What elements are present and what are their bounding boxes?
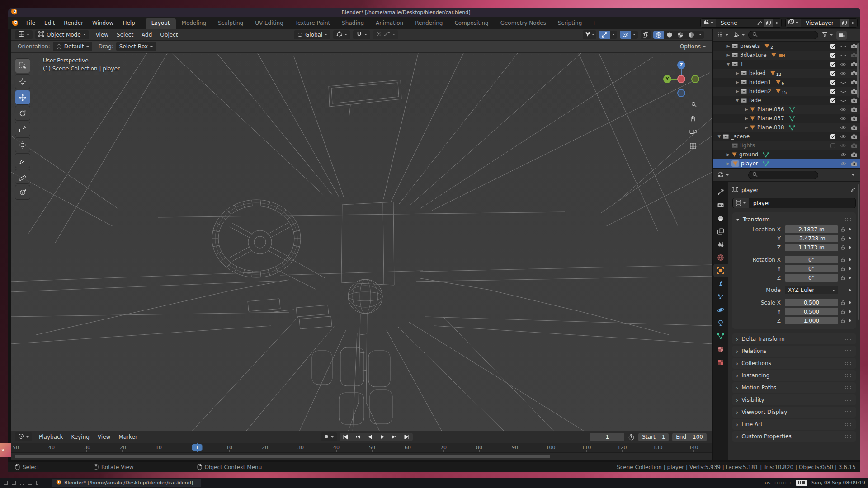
outliner-row-1[interactable]: ▼1 [713,60,860,69]
next-keyframe-button[interactable] [388,433,401,441]
animate-dot-icon[interactable] [848,237,852,239]
new-scene-button[interactable] [764,19,773,27]
eye-open-icon[interactable] [840,62,847,67]
animate-dot-icon[interactable] [848,267,852,270]
selectable-checkbox[interactable] [830,70,836,76]
shading-rendered-button[interactable] [686,31,697,39]
expand-arrow-icon[interactable]: ▼ [716,134,722,139]
remove-viewlayer-icon[interactable] [849,19,857,27]
render-camera-icon[interactable] [851,116,858,121]
tool-annotate[interactable] [15,153,30,168]
outliner-item-label[interactable]: Plane.037 [757,115,784,122]
tool-transform[interactable] [15,137,30,152]
timeline-menu-keying[interactable]: Keying [67,432,94,441]
navigation-gizmo[interactable]: Z Y [663,61,699,97]
tab-scripting[interactable]: Scripting [552,18,588,29]
tool-move[interactable] [15,90,30,105]
tab-geometry-nodes[interactable]: Geometry Nodes [495,18,552,29]
tab-shading[interactable]: Shading [336,18,370,29]
overlays-dropdown[interactable] [631,31,638,39]
tool-cursor[interactable] [15,74,30,89]
current-frame-badge[interactable]: 1 [192,444,202,451]
lock-icon[interactable] [838,318,848,324]
timeline-menu-marker[interactable]: Marker [114,432,141,441]
play-button[interactable] [376,433,388,441]
pin-scene-icon[interactable] [755,19,764,27]
expand-arrow-icon[interactable]: ▶ [725,44,731,48]
outliner-row-player[interactable]: ▶player [713,159,860,168]
tab-layout[interactable]: Layout [146,18,176,29]
tool-box-select[interactable] [15,58,30,73]
gizmo-axis-x[interactable] [677,75,685,83]
expand-arrow-icon[interactable]: ▼ [725,62,731,66]
expand-arrow-icon[interactable]: ▶ [734,80,741,84]
menu-help[interactable]: Help [118,19,139,28]
outliner-item-label[interactable]: fade [749,97,761,103]
stopwatch-icon[interactable] [628,434,635,441]
expand-arrow-icon[interactable]: ▶ [725,152,731,157]
section-relations[interactable]: ›Relations [732,346,856,357]
tool-measure[interactable] [15,169,30,184]
tab-compositing[interactable]: Compositing [448,18,494,29]
section-viewport-display[interactable]: ›Viewport Display [732,407,856,418]
selectable-checkbox[interactable] [830,43,836,49]
properties-editor-type-button[interactable] [716,171,730,180]
expand-arrow-icon[interactable]: ▶ [734,89,741,94]
selectable-checkbox[interactable] [830,61,836,67]
object-name-value[interactable]: player [749,200,774,206]
menu-edit[interactable]: Edit [40,19,59,28]
value-field[interactable]: -3.4738 m [785,235,838,242]
expand-arrow-icon[interactable]: ▼ [734,98,741,103]
tool-rotate[interactable] [15,106,30,121]
blender-menu-logo-icon[interactable] [12,17,19,29]
scene-selector[interactable]: Scene [700,18,782,28]
menu-file[interactable]: File [22,19,39,28]
animate-dot-icon[interactable] [848,258,852,261]
properties-tab-particles[interactable] [713,290,728,303]
properties-tab-material[interactable] [713,343,728,356]
timeline-scroll-thumb[interactable] [15,455,550,458]
play-reverse-button[interactable] [364,433,376,441]
viewport-menu-view[interactable]: View [92,30,113,39]
properties-tab-physics[interactable] [713,303,728,316]
expand-arrow-icon[interactable]: ▶ [725,53,731,57]
expand-arrow-icon[interactable]: ▶ [743,107,750,112]
properties-tab-output[interactable] [713,211,728,225]
tray-icons[interactable]: ▫▫▫▫ [774,480,792,486]
outliner-item-label[interactable]: _scene [731,133,750,140]
selectable-checkbox[interactable] [830,98,836,103]
keyboard-layout-indicator[interactable]: us [764,480,770,486]
viewlayer-browse-button[interactable] [786,19,801,27]
eye-open-icon[interactable] [840,125,847,130]
outliner-item-label[interactable]: baked [749,70,766,76]
value-field[interactable]: 0° [785,256,838,263]
outliner-item-label[interactable]: Plane.038 [757,124,784,131]
panel-grip-icon[interactable] [844,218,852,222]
section-motion-paths[interactable]: ›Motion Paths [732,382,856,393]
viewlayer-name[interactable]: ViewLayer [801,20,840,26]
transform-panel-header[interactable]: Transform [736,215,852,224]
snap-toggle[interactable] [353,30,370,39]
eye-closed-icon[interactable] [840,80,847,85]
properties-tab-texture[interactable] [713,356,728,369]
eye-closed-icon[interactable] [840,53,847,58]
eye-open-icon[interactable] [840,134,847,139]
current-frame-field[interactable]: 1 [590,433,624,441]
viewport-canvas[interactable]: User Perspective (1) Scene Collection | … [11,53,712,431]
object-name-field[interactable]: player [732,198,856,208]
render-camera-icon[interactable] [851,43,858,49]
outliner-item-label[interactable]: Plane.036 [757,106,784,113]
properties-tab-scene[interactable] [713,238,728,251]
auto-keying-toggle[interactable] [321,432,337,441]
outliner-row-hidden1[interactable]: ▶hidden16 [713,78,860,87]
lock-icon[interactable] [838,226,848,232]
outliner-item-label[interactable]: lights [740,142,755,149]
section-collections[interactable]: ›Collections [732,358,856,369]
section-line-art[interactable]: ›Line Art [732,419,856,430]
animate-dot-icon[interactable] [848,246,852,249]
tab-animation[interactable]: Animation [370,18,409,29]
tab-rendering[interactable]: Rendering [409,18,448,29]
animate-dot-icon[interactable] [848,310,852,313]
value-field[interactable]: 0.500 [785,308,838,315]
properties-tab-world[interactable] [713,251,728,264]
